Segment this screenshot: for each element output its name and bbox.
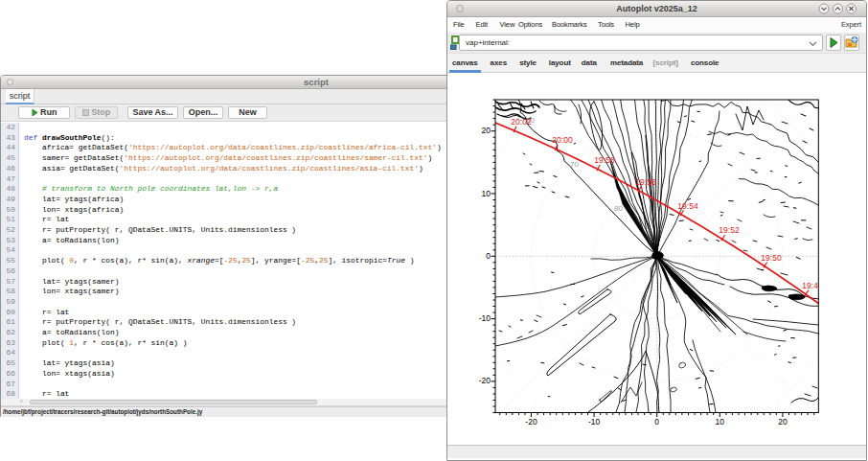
svg-text:0: 0 [486, 251, 491, 261]
svg-text:19:54: 19:54 [677, 201, 698, 211]
svg-text:19:52: 19:52 [719, 225, 740, 235]
svg-text:10: 10 [716, 417, 725, 426]
svg-text:-20: -20 [479, 376, 491, 385]
svg-text:19:58: 19:58 [594, 155, 615, 165]
svg-text:20: 20 [778, 417, 788, 426]
svg-text:20:00: 20:00 [552, 135, 573, 145]
svg-text:19:50: 19:50 [761, 253, 782, 263]
svg-text:19:56: 19:56 [635, 177, 656, 187]
svg-text:19:48: 19:48 [802, 281, 823, 290]
svg-text:20:02: 20:02 [511, 117, 532, 127]
svg-text:-10: -10 [588, 417, 601, 426]
svg-text:0: 0 [654, 417, 659, 426]
svg-text:70: 70 [570, 160, 579, 169]
svg-text:20: 20 [482, 126, 491, 135]
svg-text:10: 10 [482, 189, 491, 198]
svg-text:-20: -20 [525, 417, 537, 426]
svg-text:80: 80 [614, 204, 623, 213]
svg-text:-10: -10 [479, 313, 491, 323]
